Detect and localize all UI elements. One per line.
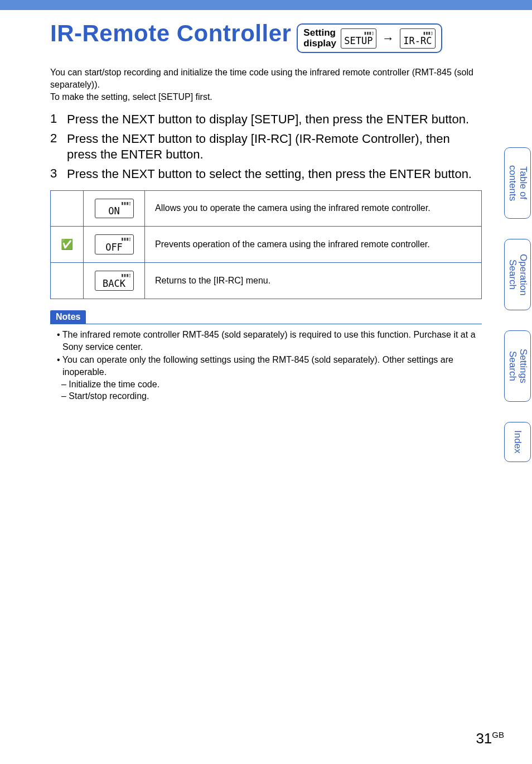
lcd-cell: ▮▮▮▯ OFF <box>84 227 145 263</box>
title-row: IR-Remote Controller Setting display ▮▮▮… <box>50 20 482 53</box>
notes-list: The infrared remote controller RMT-845 (… <box>50 329 482 402</box>
table-row: ▮▮▮▯ BACK Returns to the [IR-RC] menu. <box>51 263 482 299</box>
lcd-irrc: ▮▮▮▯ IR-RC <box>400 28 436 49</box>
side-nav: Table of contents Operation Search Setti… <box>504 147 531 462</box>
options-table: ▮▮▮▯ ON Allows you to operate the camera… <box>50 190 482 300</box>
setting-display-label: Setting display <box>303 28 336 49</box>
intro-p2: To make the setting, select [SETUP] firs… <box>50 91 482 103</box>
step-number: 3 <box>50 166 61 182</box>
tab-label: Operation Search <box>507 254 528 296</box>
note-subitem: Initialize the time code. <box>69 378 482 391</box>
lcd-setup: ▮▮▮▯ SETUP <box>341 28 376 49</box>
notes-heading: Notes <box>50 310 86 324</box>
page-number-value: 31 <box>476 730 492 747</box>
intro-block: You can start/stop recording and initial… <box>50 66 482 103</box>
step-3: 3 Press the NEXT button to select the se… <box>50 166 482 182</box>
tab-label: Table of contents <box>507 165 528 201</box>
lcd-cell: ▮▮▮▯ ON <box>84 190 145 227</box>
note-item: The infrared remote controller RMT-845 (… <box>50 329 482 353</box>
notes-sublist: Initialize the time code. Start/stop rec… <box>69 378 482 402</box>
lcd-off-text: OFF <box>105 242 123 253</box>
page-content: IR-Remote Controller Setting display ▮▮▮… <box>0 10 532 402</box>
lcd-back: ▮▮▮▯ BACK <box>95 271 134 291</box>
lcd-off: ▮▮▮▯ OFF <box>95 234 134 254</box>
tab-index[interactable]: Index <box>504 422 531 462</box>
tab-label: Settings Search <box>507 349 528 383</box>
table-row: ✅ ▮▮▮▯ OFF Prevents operation of the cam… <box>51 227 482 263</box>
default-checkmark-cell <box>51 190 84 227</box>
option-desc: Allows you to operate the camera using t… <box>145 190 482 227</box>
note-item-text: You can operate only the following setti… <box>62 355 453 377</box>
step-2: 2 Press the NEXT button to display [IR-R… <box>50 131 482 163</box>
setting-display-label-text: Setting display <box>303 28 336 49</box>
steps-list: 1 Press the NEXT button to display [SETU… <box>50 112 482 182</box>
default-checkmark-cell: ✅ <box>51 227 84 263</box>
lcd-cell: ▮▮▮▯ BACK <box>84 263 145 299</box>
tab-settings-search[interactable]: Settings Search <box>504 330 531 402</box>
lcd-on-text: ON <box>108 205 119 217</box>
step-number: 1 <box>50 112 61 128</box>
notes-rule <box>50 324 482 324</box>
lcd-on: ▮▮▮▯ ON <box>95 199 134 219</box>
intro-p1: You can start/stop recording and initial… <box>50 66 482 90</box>
top-accent-bar <box>0 0 532 10</box>
default-checkmark-cell <box>51 263 84 299</box>
step-text: Press the NEXT button to display [SETUP]… <box>67 112 469 128</box>
page-number: 31GB <box>476 730 504 747</box>
table-row: ▮▮▮▯ ON Allows you to operate the camera… <box>51 190 482 227</box>
page-number-suffix: GB <box>492 730 504 739</box>
step-1: 1 Press the NEXT button to display [SETU… <box>50 112 482 128</box>
step-number: 2 <box>50 131 61 163</box>
note-subitem: Start/stop recording. <box>69 390 482 402</box>
option-desc: Returns to the [IR-RC] menu. <box>145 263 482 299</box>
tab-table-of-contents[interactable]: Table of contents <box>504 147 531 219</box>
lcd-back-text: BACK <box>103 278 125 289</box>
page-title: IR-Remote Controller <box>50 20 291 47</box>
note-item: You can operate only the following setti… <box>50 354 482 402</box>
step-text: Press the NEXT button to select the sett… <box>67 166 472 182</box>
tab-operation-search[interactable]: Operation Search <box>504 239 531 310</box>
step-text: Press the NEXT button to display [IR-RC]… <box>67 131 482 163</box>
tab-label: Index <box>512 430 523 454</box>
lcd-irrc-text: IR-RC <box>403 35 432 46</box>
option-desc: Prevents operation of the camera using t… <box>145 227 482 263</box>
arrow-right-icon: → <box>381 31 395 46</box>
setting-display-box: Setting display ▮▮▮▯ SETUP → ▮▮▮▯ IR-RC <box>297 23 442 53</box>
lcd-setup-text: SETUP <box>344 35 373 46</box>
